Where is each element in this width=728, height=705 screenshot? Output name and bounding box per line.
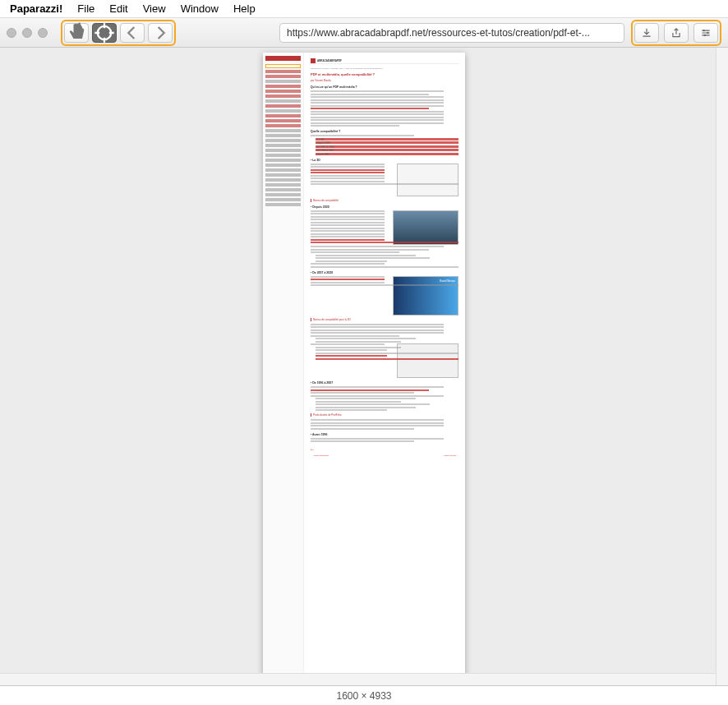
svg-point-2 [707,31,708,33]
figure-3d-drawing [397,164,458,196]
compat-tagline-3d: Niveau de compatibilité pour la 3D [311,318,458,321]
sidebar-item [265,183,301,187]
heading-2020: • Depuis 2020 [311,205,458,209]
next-article-link: Article suivant → [443,454,458,457]
toc-item: - depuis 2020 [316,141,458,144]
sidebar-item [265,144,301,147]
window-controls [7,28,48,38]
hand-tool-button[interactable] [64,23,89,43]
preview-canvas[interactable]: ABRACADABRAPDF Ressources & tutos > Créa… [0,48,728,685]
figure-isometric [397,343,458,378]
breadcrumb: Ressources & tutos > Création PDF > PDF … [311,67,458,70]
statusbar: 1600 × 4933 [0,685,728,705]
sidebar-item [265,85,301,88]
sidebar-item [265,119,301,122]
share-icon-small: ♥ 0 [311,449,458,451]
heading-intro: Qu'est-ce qu'un PDF multimédia ? [311,85,458,89]
share-icon [670,27,682,39]
capture-tool-group [61,20,176,46]
sliders-icon [700,27,712,39]
sidebar-item [265,164,301,167]
url-text: https://www.abracadabrapdf.net/ressource… [287,27,590,39]
heading-avant: • Avant 1996 [311,433,458,436]
figure-badge: David Gilmour [440,279,455,283]
page-content: ABRACADABRAPDF Ressources & tutos > Créa… [304,53,465,684]
sidebar-item [265,198,301,201]
toc-item: - de 2007 à 2020 [316,145,458,148]
sidebar-item [265,114,301,118]
sidebar-item [265,75,301,78]
sidebar-item [265,109,301,113]
site-name: ABRACADABRAPDF [317,59,342,62]
figure-video-thumb [393,210,458,245]
sidebar-item [265,178,301,182]
sidebar-item [265,193,301,196]
share-button[interactable] [664,23,689,43]
sidebar-item [265,70,301,73]
close-window-button[interactable] [7,28,16,38]
page-title: PDF et multimédia, quelle compatibilité … [311,72,458,76]
menu-help[interactable]: Help [233,2,256,15]
sidebar-item [265,159,301,162]
sidebar-item [265,139,301,142]
captured-page: ABRACADABRAPDF Ressources & tutos > Créa… [263,53,465,684]
toc-item: - de 1996 à 2007 [316,149,458,151]
sidebar-item [265,90,301,93]
action-group [631,20,721,46]
heading-2007: • De 2007 à 2020 [311,271,458,274]
forward-button[interactable] [148,23,173,43]
prev-article-link: ← Article précédent [311,454,329,457]
toc-item: - La 3D [316,138,458,141]
svg-point-0 [98,25,111,39]
sidebar-logo [265,56,301,61]
heading-3d: • La 3D [311,159,458,162]
sidebar-item [265,129,301,132]
toolbar: https://www.abracadabrapdf.net/ressource… [0,18,728,48]
dimensions-label: 1600 × 4933 [336,690,391,702]
brand-icon [311,58,316,63]
portfolio-tagline: Particularités de PortFolio [311,413,458,417]
app-name[interactable]: Paparazzi! [10,2,62,15]
sidebar-item [265,203,301,206]
compat-tagline: Niveau de compatibilité [311,199,458,202]
menu-edit[interactable]: Edit [109,2,127,15]
crosshair-icon [93,21,116,44]
zoom-window-button[interactable] [38,28,48,38]
hand-icon [65,21,88,44]
download-button[interactable] [634,23,659,43]
sidebar-highlight [265,64,301,68]
back-button[interactable] [120,23,145,43]
chevron-left-icon [121,21,144,44]
author-link: par Vincent Bouda [311,79,458,82]
menubar: Paparazzi! File Edit View Window Help [0,0,728,18]
toc-item: - avant 1996 [316,153,458,155]
sidebar-item [265,154,301,157]
sidebar-item [265,124,301,127]
crosshair-tool-button[interactable] [92,23,117,43]
sidebar-item [265,188,301,191]
settings-button[interactable] [693,23,718,43]
menu-window[interactable]: Window [181,2,219,15]
download-icon [641,27,652,39]
svg-point-3 [704,34,706,35]
figure-gilmour: David Gilmour [393,276,458,316]
sidebar-item [265,80,301,83]
menu-file[interactable]: File [77,2,94,15]
sidebar-item [265,168,301,172]
sidebar-item [265,173,301,177]
vertical-scrollbar[interactable] [716,48,728,685]
sidebar-item [265,104,301,108]
sidebar-item [265,149,301,152]
page-sidebar [263,53,304,684]
sidebar-item [265,94,301,98]
svg-point-1 [703,29,705,30]
menu-view[interactable]: View [143,2,166,15]
page-header: ABRACADABRAPDF [311,58,458,64]
minimize-window-button[interactable] [22,28,32,38]
chevron-right-icon [149,21,172,44]
horizontal-scrollbar[interactable] [0,673,716,685]
heading-1996: • De 1996 à 2007 [311,381,458,385]
url-field[interactable]: https://www.abracadabrapdf.net/ressource… [279,23,624,43]
heading-compat: Quelle compatibilité ? [311,130,458,133]
sidebar-item [265,99,301,103]
